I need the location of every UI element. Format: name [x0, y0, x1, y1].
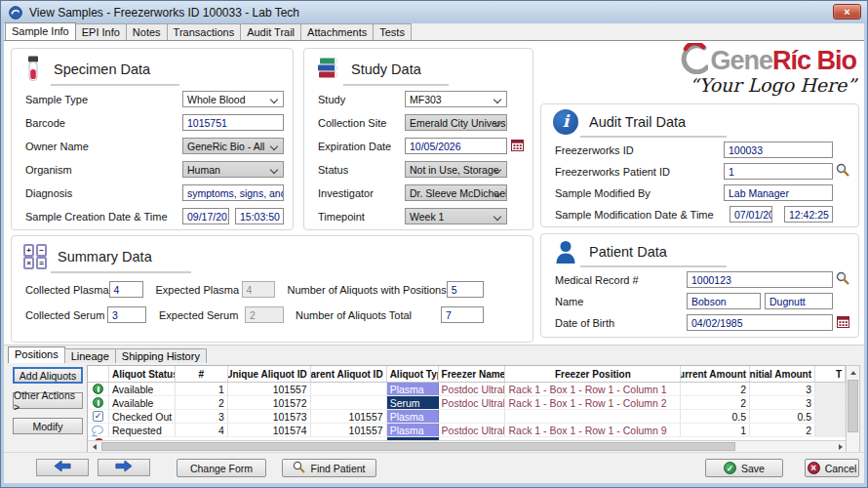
scroll-up-arrow[interactable] — [847, 366, 859, 379]
table-row[interactable]: Available 1 101557 Plasma Postdoc Ultral… — [88, 383, 846, 396]
diagnosis-input[interactable]: symptoms, signs, and ill-de — [182, 184, 284, 201]
col-initial-amount[interactable]: Initial Amount — [750, 366, 815, 382]
patient-id-input[interactable]: 1 — [724, 163, 833, 180]
owner-name-select[interactable]: GeneRic Bio - All — [182, 138, 284, 154]
expected-plasma-input: 4 — [242, 281, 276, 298]
panel-title: Audit Trail Data — [589, 114, 686, 130]
tab-notes[interactable]: Notes — [126, 23, 168, 40]
status-label: Status — [318, 164, 405, 176]
tab-audit-trail[interactable]: Audit Trail — [240, 23, 301, 40]
creation-date-input[interactable]: 09/17/2019 — [182, 208, 229, 224]
modification-time-input[interactable]: 12:42:25 — [784, 206, 833, 223]
next-record-button[interactable] — [98, 459, 150, 476]
dob-input[interactable]: 04/02/1985 — [687, 314, 833, 331]
tab-transactions[interactable]: Transactions — [167, 23, 242, 40]
logo-text-gray: Gene — [710, 46, 772, 76]
collected-serum-input[interactable]: 3 — [107, 306, 146, 323]
medical-record-input[interactable]: 1000123 — [687, 271, 833, 288]
logo-tagline: “Your Logo Here” — [564, 74, 856, 96]
owner-name-label: Owner Name — [25, 141, 182, 152]
timepoint-select[interactable]: Week 1 — [405, 208, 507, 224]
vertical-scrollbar[interactable] — [846, 365, 860, 453]
creation-time-input[interactable]: 15:03:50 — [235, 208, 284, 224]
organism-select[interactable]: Human — [182, 161, 284, 178]
last-name-input[interactable]: Dugnutt — [765, 293, 833, 309]
horizontal-scroll-thumb[interactable] — [101, 442, 735, 451]
modified-by-input[interactable]: Lab Manager — [724, 184, 833, 201]
barcode-input[interactable]: 1015751 — [182, 114, 284, 131]
change-form-button[interactable]: Change Form — [177, 459, 266, 477]
dob-label: Date of Birth — [555, 317, 687, 329]
table-row[interactable]: Available 2 101572 Serum Postdoc Ultralo… — [88, 396, 846, 410]
tab-shipping-history[interactable]: Shipping History — [115, 348, 207, 363]
aliquot-type-cell: Plasma — [387, 410, 439, 423]
table-row[interactable]: Requested 4 101574 101557 Plasma Postdoc… — [88, 424, 846, 437]
tab-positions[interactable]: Positions — [8, 346, 65, 363]
patient-icon — [553, 239, 578, 264]
aliquots-total-input[interactable]: 7 — [441, 306, 484, 323]
info-icon: i — [553, 109, 578, 135]
calendar-icon[interactable] — [511, 138, 524, 155]
other-actions-button[interactable]: Other Actions > — [13, 392, 83, 409]
arrow-right-icon — [115, 459, 133, 476]
tab-sample-info[interactable]: Sample Info — [5, 22, 76, 40]
study-data-panel: Study Data Study MF303 Collection Site E… — [303, 48, 533, 230]
generic-bio-logo: Gene Ríc Bio “Your Logo Here” — [564, 43, 856, 96]
diagnosis-label: Diagnosis — [25, 187, 182, 199]
patient-id-label: Freezerworks Patient ID — [555, 166, 724, 178]
col-number[interactable]: # — [176, 366, 228, 382]
sample-type-select[interactable]: Whole Blood — [182, 91, 284, 107]
calendar-icon[interactable] — [837, 314, 849, 332]
search-icon[interactable] — [836, 271, 849, 289]
col-unique-aliquot-id[interactable]: Unique Aliquot ID — [228, 366, 311, 382]
horizontal-scrollbar[interactable] — [88, 440, 846, 452]
logo-text-red: Ríc Bio — [772, 46, 856, 76]
col-t[interactable]: T — [815, 366, 846, 382]
vertical-scroll-thumb[interactable] — [848, 380, 858, 432]
panel-title: Study Data — [351, 61, 421, 77]
table-header-row: Aliquot Status # Unique Aliquot ID Paren… — [88, 366, 846, 383]
tab-lineage[interactable]: Lineage — [64, 348, 116, 363]
status-select[interactable]: Not in Use, Storage — [405, 161, 507, 178]
col-aliquot-type[interactable]: Aliquot Type — [387, 366, 439, 382]
modification-date-input[interactable]: 07/01/20 — [730, 206, 772, 223]
save-button[interactable]: ✓ Save — [705, 459, 783, 477]
col-current-amount[interactable]: Current Amount — [681, 366, 750, 382]
save-check-icon: ✓ — [724, 462, 736, 474]
tab-attachments[interactable]: Attachments — [300, 23, 374, 40]
patient-data-panel: Patient Data Medical Record # 1000123 Na… — [540, 233, 859, 338]
collected-plasma-label: Collected Plasma — [25, 284, 109, 296]
collected-plasma-input[interactable]: 4 — [109, 281, 143, 298]
col-freezer-position[interactable]: Freezer Position — [505, 366, 681, 382]
tab-epi-info[interactable]: EPI Info — [75, 23, 127, 40]
cancel-button[interactable]: × Cancel — [805, 459, 859, 477]
col-aliquot-status[interactable]: Aliquot Status — [109, 366, 176, 382]
col-parent-aliquot-id[interactable]: Parent Aliquot ID — [311, 366, 387, 382]
freezerworks-id-input[interactable]: 100033 — [724, 142, 833, 158]
organism-label: Organism — [25, 164, 182, 176]
books-icon — [316, 58, 340, 80]
app-area: Sample Info EPI Info Notes Transactions … — [4, 23, 864, 483]
scroll-right-arrow[interactable] — [834, 441, 846, 452]
search-icon[interactable] — [836, 163, 849, 181]
aliquots-with-positions-input[interactable]: 5 — [447, 281, 484, 298]
study-select[interactable]: MF303 — [405, 91, 507, 107]
collection-site-select[interactable]: Emerald City Univers... — [405, 114, 507, 131]
investigator-select[interactable]: Dr. Sleeve McDichael — [405, 184, 507, 201]
titlebar: View Samples - Freezerworks ID 100033 - … — [1, 1, 867, 23]
modify-button[interactable]: Modify — [13, 418, 83, 434]
col-freezer-name[interactable]: Freezer Name — [439, 366, 506, 382]
aliquots-total-label: Number of Aliquots Total — [296, 309, 441, 321]
add-aliquots-button[interactable]: Add Aliquots — [13, 367, 83, 384]
name-label: Name — [555, 296, 687, 307]
expected-serum-label: Expected Serum — [159, 309, 245, 321]
expiration-date-input[interactable]: 10/05/2026 — [405, 138, 507, 154]
first-name-input[interactable]: Bobson — [687, 293, 761, 309]
close-button[interactable]: × — [833, 4, 861, 20]
investigator-label: Investigator — [318, 187, 405, 199]
previous-record-button[interactable] — [36, 459, 89, 476]
scroll-left-arrow[interactable] — [88, 441, 100, 452]
find-patient-button[interactable]: Find Patient — [282, 459, 376, 477]
table-row[interactable]: ✓ Checked Out 3 101573 101557 Plasma 0.5… — [88, 410, 846, 424]
tab-tests[interactable]: Tests — [373, 23, 412, 40]
